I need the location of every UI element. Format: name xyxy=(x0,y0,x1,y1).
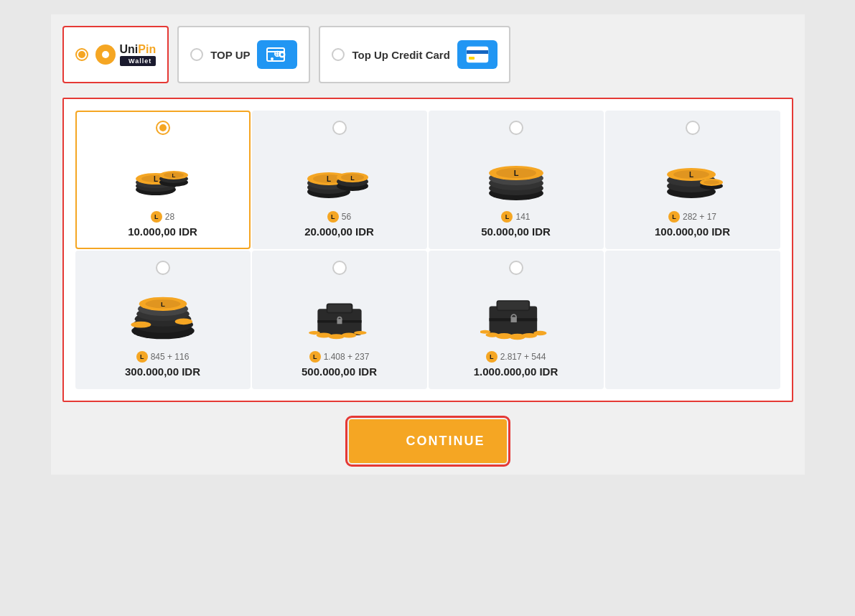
products-grid-row2: L L 845 + 116 300.000,00 IDR xyxy=(75,251,780,389)
coin-amount-row-3: L 141 xyxy=(501,211,530,223)
coin-image-1: L L xyxy=(127,146,199,204)
product-card-2[interactable]: L L L 56 20.000,00 IDR xyxy=(252,111,427,249)
unipin-circle-icon xyxy=(95,45,116,65)
svg-point-74 xyxy=(533,331,546,336)
product-radio-3 xyxy=(509,121,523,135)
products-container: L L L 28 10.000,00 IDR xyxy=(62,98,793,402)
product-card-5[interactable]: L L 845 + 116 300.000,00 IDR xyxy=(75,251,251,389)
svg-rect-7 xyxy=(467,50,488,54)
product-price-6: 500.000,00 IDR xyxy=(302,365,377,378)
svg-rect-6 xyxy=(467,47,488,62)
svg-text:L: L xyxy=(513,169,518,177)
tab-top-up[interactable]: TOP UP ⊕ xyxy=(177,26,310,83)
wallet-icon: ⊕ xyxy=(257,40,297,69)
coin-image-6 xyxy=(304,286,375,344)
tab-credit-card[interactable]: Top Up Credit Card xyxy=(319,26,510,83)
coin-icon-4: L xyxy=(668,211,680,223)
coin-amount-1: 28 xyxy=(165,212,174,222)
svg-text:L: L xyxy=(326,175,330,183)
coin-amount-6: 1.408 + 237 xyxy=(324,352,370,362)
coin-amount-row-6: L 1.408 + 237 xyxy=(309,351,370,363)
coin-icon-7: L xyxy=(486,351,497,363)
continue-btn-wrapper: CONTINUE xyxy=(62,419,793,463)
tab-unipin-wallet[interactable]: UniPin Wallet xyxy=(62,26,169,83)
coin-image-7 xyxy=(480,286,552,344)
coin-image-3: L xyxy=(480,146,552,204)
product-radio-4 xyxy=(686,121,700,135)
top-up-label: TOP UP xyxy=(210,49,250,61)
product-radio-1 xyxy=(156,121,170,135)
svg-point-46 xyxy=(704,180,719,185)
credit-card-label: Top Up Credit Card xyxy=(352,49,449,61)
coin-icon-1: L xyxy=(151,211,162,223)
svg-text:L: L xyxy=(161,300,165,308)
coin-amount-4: 282 + 17 xyxy=(683,212,716,222)
svg-point-64 xyxy=(309,331,320,335)
products-grid-row1: L L L 28 10.000,00 IDR xyxy=(75,111,780,249)
empty-slot xyxy=(605,251,780,389)
coin-icon-2: L xyxy=(327,211,339,223)
product-price-5: 300.000,00 IDR xyxy=(125,365,200,378)
unipin-logo: UniPin Wallet xyxy=(95,43,156,66)
svg-text:⊕: ⊕ xyxy=(274,49,281,59)
coin-image-2: L L xyxy=(304,146,375,204)
svg-point-62 xyxy=(341,333,356,338)
credit-card-icon xyxy=(457,40,497,69)
svg-rect-8 xyxy=(469,57,475,60)
main-container: UniPin Wallet TOP UP ⊕ xyxy=(51,14,805,475)
product-price-4: 100.000,00 IDR xyxy=(655,225,730,238)
coin-image-5: L xyxy=(127,286,199,344)
payment-tabs: UniPin Wallet TOP UP ⊕ xyxy=(62,26,793,83)
svg-text:L: L xyxy=(688,171,693,179)
svg-text:L: L xyxy=(350,174,355,182)
product-card-6[interactable]: L 1.408 + 237 500.000,00 IDR xyxy=(252,251,427,389)
radio-unipin xyxy=(75,48,88,61)
continue-button[interactable]: CONTINUE xyxy=(349,419,507,463)
coin-icon-5: L xyxy=(136,351,148,363)
coin-amount-7: 2.817 + 544 xyxy=(500,352,546,362)
svg-rect-68 xyxy=(497,301,529,310)
product-radio-6 xyxy=(332,261,347,275)
coin-amount-row-5: L 845 + 116 xyxy=(136,351,190,363)
coin-amount-2: 56 xyxy=(342,212,351,222)
product-card-3[interactable]: L L 141 50.000,00 IDR xyxy=(429,111,604,249)
product-card-1[interactable]: L L L 28 10.000,00 IDR xyxy=(75,111,251,249)
svg-point-63 xyxy=(354,331,367,335)
product-radio-2 xyxy=(332,121,347,135)
product-radio-5 xyxy=(156,261,170,275)
coin-amount-row-4: L 282 + 17 xyxy=(668,211,716,223)
svg-text:L: L xyxy=(153,175,157,183)
coin-amount-3: 141 xyxy=(515,212,530,222)
radio-top-up xyxy=(190,48,203,61)
product-price-1: 10.000,00 IDR xyxy=(128,225,197,238)
coin-amount-row-7: L 2.817 + 544 xyxy=(486,351,546,363)
product-card-4[interactable]: L L 282 + 17 100.000,00 IDR xyxy=(605,111,780,249)
coin-icon-6: L xyxy=(309,351,321,363)
product-card-7[interactable]: L 2.817 + 544 1.000.000,00 IDR xyxy=(429,251,604,389)
product-price-7: 1.000.000,00 IDR xyxy=(474,365,559,378)
coin-amount-row-1: L 28 xyxy=(151,211,174,223)
svg-point-55 xyxy=(131,322,151,328)
coin-icon-3: L xyxy=(501,211,513,223)
coin-amount-5: 845 + 116 xyxy=(151,352,190,362)
svg-rect-58 xyxy=(327,304,352,312)
svg-text:L: L xyxy=(172,172,175,179)
product-price-2: 20.000,00 IDR xyxy=(304,225,374,238)
svg-point-1 xyxy=(281,53,284,56)
coin-amount-row-2: L 56 xyxy=(327,211,351,223)
product-price-3: 50.000,00 IDR xyxy=(481,225,551,238)
radio-credit-card xyxy=(332,48,345,61)
product-radio-7 xyxy=(509,261,523,275)
coin-image-4: L xyxy=(657,146,729,204)
svg-point-56 xyxy=(174,318,192,325)
